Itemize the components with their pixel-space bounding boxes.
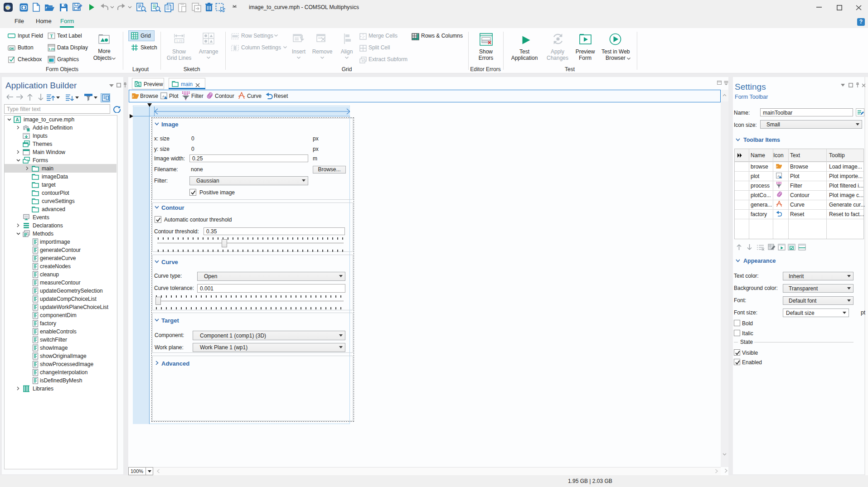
svg-text:OK: OK xyxy=(9,47,15,51)
svg-text:1.23: 1.23 xyxy=(48,48,55,51)
svg-text:A: A xyxy=(15,117,19,122)
svg-text:1.23: 1.23 xyxy=(176,39,183,43)
svg-text:T: T xyxy=(50,34,53,39)
